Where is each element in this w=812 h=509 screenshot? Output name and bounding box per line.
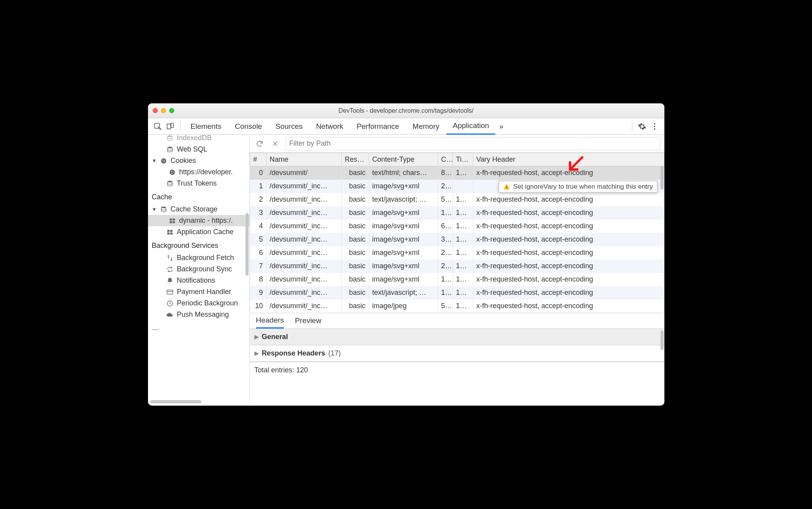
cell: basic (341, 193, 369, 206)
sidebar-item-indexeddb[interactable]: IndexedDB (148, 135, 249, 144)
col-response[interactable]: Res… (341, 153, 369, 166)
table-row[interactable]: 2/devsummit/_inc…basictext/javascript; …… (250, 193, 664, 206)
toggle-device-icon[interactable] (164, 121, 176, 132)
tab-sources[interactable]: Sources (269, 118, 309, 135)
svg-rect-25 (170, 232, 172, 234)
cell: basic (341, 206, 369, 220)
tab-memory[interactable]: Memory (406, 118, 446, 135)
chevron-down-icon[interactable]: ▼ (152, 158, 157, 164)
cell: 0 (250, 166, 266, 180)
chevron-right-icon: ▶ (254, 334, 259, 340)
tab-application[interactable]: Application (446, 118, 495, 135)
detail-pane: Headers Preview ▶ General ▶ Response Hea… (250, 313, 664, 406)
sidebar-item-payment-handler[interactable]: Payment Handler (148, 286, 249, 298)
table-row[interactable]: 10/devsummit/_inc…basicimage/jpeg5…1…x-f… (250, 300, 664, 313)
cell: basic (341, 273, 369, 286)
clear-icon[interactable] (269, 138, 281, 150)
sidebar-hscrollbar[interactable] (150, 400, 201, 403)
svg-rect-2 (171, 123, 173, 127)
cell: /devsummit/_inc… (266, 220, 341, 233)
sidebar-label: Trust Tokens (177, 179, 217, 188)
sync-icon (166, 265, 174, 273)
sidebar-label: Payment Handler (177, 288, 231, 296)
credit-card-icon (166, 288, 174, 296)
tab-elements[interactable]: Elements (184, 118, 228, 135)
detail-scrollbar[interactable] (660, 330, 664, 350)
table-row[interactable]: 5/devsummit/_inc…basicimage/svg+xml3…1…x… (250, 233, 664, 246)
sidebar-item-notifications[interactable]: Notifications (148, 275, 249, 286)
cell: 1… (453, 166, 473, 180)
detail-tab-headers[interactable]: Headers (256, 313, 284, 329)
col-content-type[interactable]: Content-Type (369, 153, 438, 166)
sidebar-item-application-cache[interactable]: Application Cache (148, 226, 249, 238)
cell: 6 (250, 246, 266, 260)
sidebar-item-bg-sync[interactable]: Background Sync (148, 264, 249, 275)
cell: basic (341, 220, 369, 233)
tab-network[interactable]: Network (310, 118, 350, 135)
filter-input[interactable] (285, 137, 660, 150)
refresh-icon[interactable] (254, 138, 265, 150)
cell: x-fh-requested-host, accept-encoding (473, 286, 664, 300)
sidebar-item-cookies[interactable]: ▼ Cookies (148, 155, 249, 166)
cell: basic (341, 166, 369, 180)
headers-general-section[interactable]: ▶ General (250, 329, 664, 345)
bell-icon (166, 277, 174, 285)
cell: 2 (250, 193, 266, 206)
col-content-length[interactable]: C.. (438, 153, 453, 166)
inspect-element-icon[interactable] (152, 121, 164, 132)
svg-rect-21 (172, 221, 175, 223)
cell: image/svg+xml (369, 246, 438, 260)
sidebar-item-periodic-bg-sync[interactable]: Periodic Backgroun (148, 298, 249, 309)
sidebar-item-cache-dynamic[interactable]: dynamic - https:/. (148, 215, 249, 226)
section-label: Response Headers (262, 349, 325, 357)
database-icon (160, 206, 168, 213)
sidebar-item-bg-fetch[interactable]: Background Fetch (148, 252, 249, 264)
table-row[interactable]: 7/devsummit/_inc…basicimage/svg+xml2…1…x… (250, 260, 664, 273)
tab-overflow[interactable]: » (496, 118, 507, 135)
sidebar-item-trust-tokens[interactable]: Trust Tokens (148, 178, 249, 189)
svg-point-3 (654, 123, 655, 125)
sidebar-label: dynamic - https:/. (179, 217, 233, 225)
table-icon (168, 217, 176, 225)
cell: 9 (250, 286, 266, 300)
table-row[interactable]: 6/devsummit/_inc…basicimage/svg+xml2…1…x… (250, 246, 664, 260)
col-time[interactable]: Ti… (453, 153, 473, 166)
col-name[interactable]: Name (266, 153, 341, 166)
table-row[interactable]: 9/devsummit/_inc…basictext/javascript; …… (250, 286, 664, 300)
sidebar-item-websql[interactable]: Web SQL (148, 144, 249, 155)
sidebar-label: Background Fetch (177, 254, 234, 262)
sidebar-item-cache-storage[interactable]: ▼ Cache Storage (148, 204, 249, 215)
table-row[interactable]: 8/devsummit/_inc…basicimage/svg+xml1…1…x… (250, 273, 664, 286)
cache-storage-panel: # Name Res… Content-Type C.. Ti… Vary He… (250, 135, 664, 406)
sidebar-label: IndexedDB (177, 135, 212, 142)
sidebar-scrollbar[interactable] (245, 213, 249, 276)
tab-performance[interactable]: Performance (350, 118, 406, 135)
chevron-right-icon: ▶ (254, 350, 259, 356)
cell: /devsummit/_inc… (266, 273, 341, 286)
tab-console[interactable]: Console (229, 118, 269, 135)
headers-response-section[interactable]: ▶ Response Headers (17) (250, 345, 664, 362)
sidebar-item-cookie-origin[interactable]: https://developer. (148, 166, 249, 178)
more-icon[interactable] (649, 121, 660, 132)
table-scrollbar[interactable] (660, 166, 664, 190)
table-row[interactable]: 0/devsummit/basictext/html; chars…8…1…x-… (250, 166, 664, 180)
svg-rect-24 (167, 232, 170, 234)
table-row[interactable]: 4/devsummit/_inc…basicimage/svg+xml6…1…x… (250, 220, 664, 233)
table-row[interactable]: 3/devsummit/_inc…basicimage/svg+xml1…1…x… (250, 206, 664, 220)
settings-icon[interactable] (636, 121, 648, 132)
detail-tab-preview[interactable]: Preview (295, 313, 321, 329)
cell: 10 (250, 300, 266, 313)
cell: 1 (250, 180, 266, 193)
col-vary-header[interactable]: Vary Header (473, 153, 664, 166)
svg-point-4 (654, 126, 655, 127)
cell: 1… (453, 233, 473, 246)
sidebar-item-push-messaging[interactable]: Push Messaging (148, 309, 249, 320)
col-index[interactable]: # (250, 153, 266, 166)
cell: x-fh-requested-host, accept-encoding (473, 206, 664, 220)
chevron-down-icon[interactable]: ▼ (152, 206, 157, 212)
application-sidebar: IndexedDB Web SQL ▼ Cookies https://deve… (148, 135, 250, 406)
cell: 1… (453, 246, 473, 260)
section-label: General (262, 333, 288, 341)
cell: 5… (438, 300, 453, 313)
svg-point-7 (168, 146, 172, 148)
